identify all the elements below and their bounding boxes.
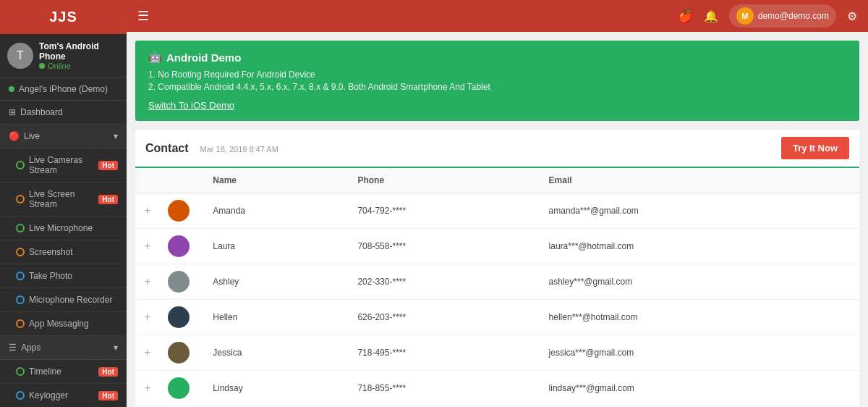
hot-badge: Hot bbox=[98, 161, 118, 170]
avatar bbox=[168, 377, 190, 399]
avatar: T bbox=[7, 43, 33, 69]
contact-email: laura***@hotmail.com bbox=[540, 229, 859, 264]
contact-phone: 718-855-**** bbox=[349, 371, 540, 406]
apple-icon[interactable]: 🍎 bbox=[678, 9, 693, 23]
contact-email: ashley***@gmail.com bbox=[540, 264, 859, 300]
circle-orange-icon bbox=[16, 248, 25, 256]
notification-icon[interactable]: 🔔 bbox=[704, 9, 718, 23]
table-row[interactable]: + Hellen 626-203-**** hellen***@hotmail.… bbox=[135, 300, 859, 335]
contact-name: Jessica bbox=[204, 335, 349, 371]
table-row[interactable]: + Jessica 718-495-**** jessica***@gmail.… bbox=[135, 335, 859, 371]
th-name: Name bbox=[204, 168, 349, 193]
avatar bbox=[168, 306, 190, 328]
avatar bbox=[168, 342, 190, 364]
try-now-button[interactable]: Try It Now bbox=[781, 137, 849, 159]
demo-device-name: Angel's iPhone (Demo) bbox=[19, 84, 108, 94]
avatar: M bbox=[736, 7, 754, 25]
contact-name: Ashley bbox=[204, 264, 349, 300]
contact-phone: 704-792-**** bbox=[349, 193, 540, 229]
contact-name: Hellen bbox=[204, 300, 349, 335]
sidebar: JJS T Tom's Android Phone Online Angel's… bbox=[0, 0, 127, 407]
table-row[interactable]: + Ashley 202-330-**** ashley***@gmail.co… bbox=[135, 264, 859, 300]
sidebar-item-microphone-recorder[interactable]: Microphone Recorder bbox=[0, 288, 127, 312]
contact-avatar-cell bbox=[159, 300, 204, 335]
add-contact-btn[interactable]: + bbox=[135, 335, 159, 371]
hamburger-menu-icon[interactable]: ☰ bbox=[137, 8, 149, 24]
contact-name: Laura bbox=[204, 229, 349, 264]
avatar bbox=[168, 235, 190, 257]
add-contact-btn[interactable]: + bbox=[135, 229, 159, 264]
table-row[interactable]: + Amanda 704-792-**** amanda***@gmail.co… bbox=[135, 193, 859, 229]
th-email: Email bbox=[540, 168, 859, 193]
live-icon: 🔴 bbox=[9, 131, 20, 141]
circle-green-icon bbox=[16, 161, 25, 169]
banner-point-2: 2. Compatible Android 4.4.x, 5.x, 6.x, 7… bbox=[148, 82, 846, 92]
sidebar-item-apps[interactable]: ☰ Apps ▾ bbox=[0, 336, 127, 360]
hot-badge: Hot bbox=[98, 195, 118, 204]
sidebar-item-keylogger[interactable]: Keylogger Hot bbox=[0, 384, 127, 407]
contact-email: lindsay***@gmail.com bbox=[540, 371, 859, 406]
banner-title: 🤖 Android Demo bbox=[148, 51, 846, 64]
main-content: ☰ 🍎 🔔 M demo@demo.com ⚙ 🤖 Android Demo 1… bbox=[127, 0, 868, 407]
contact-avatar-cell bbox=[159, 264, 204, 300]
add-contact-btn[interactable]: + bbox=[135, 264, 159, 300]
avatar bbox=[168, 200, 190, 222]
sidebar-item-screenshot[interactable]: Screenshot bbox=[0, 240, 127, 264]
app-title: JJS bbox=[49, 9, 77, 25]
contact-header: Contact Mar 18, 2019 8:47 AM Try It Now bbox=[135, 130, 859, 168]
contact-avatar-cell bbox=[159, 371, 204, 406]
circle-orange-icon bbox=[16, 319, 25, 328]
contact-phone: 202-330-**** bbox=[349, 264, 540, 300]
table-header-row: Name Phone Email bbox=[135, 168, 859, 193]
chevron-down-icon: ▾ bbox=[114, 343, 118, 353]
circle-green-icon bbox=[16, 224, 25, 232]
contact-section: Contact Mar 18, 2019 8:47 AM Try It Now … bbox=[135, 130, 859, 407]
sidebar-item-live-microphone[interactable]: Live Microphone bbox=[0, 217, 127, 240]
th-avatar bbox=[159, 168, 204, 193]
contact-email: amanda***@gmail.com bbox=[540, 193, 859, 229]
sidebar-user-panel: T Tom's Android Phone Online bbox=[0, 34, 127, 78]
th-phone: Phone bbox=[349, 168, 540, 193]
user-name: Tom's Android Phone bbox=[39, 41, 119, 62]
contact-phone: 708-558-**** bbox=[349, 229, 540, 264]
share-icon[interactable]: ⚙ bbox=[847, 9, 857, 23]
topbar: ☰ 🍎 🔔 M demo@demo.com ⚙ bbox=[127, 0, 868, 32]
contact-email: jessica***@gmail.com bbox=[540, 335, 859, 371]
sidebar-logo: JJS bbox=[0, 0, 127, 34]
apps-icon: ☰ bbox=[9, 343, 17, 353]
contact-phone: 626-203-**** bbox=[349, 300, 540, 335]
sidebar-item-timeline[interactable]: Timeline Hot bbox=[0, 360, 127, 384]
sidebar-item-dashboard[interactable]: ⊞ Dashboard bbox=[0, 101, 127, 125]
sidebar-item-app-messaging[interactable]: App Messaging bbox=[0, 312, 127, 336]
add-contact-btn[interactable]: + bbox=[135, 300, 159, 335]
hot-badge: Hot bbox=[98, 367, 118, 377]
circle-blue-icon bbox=[16, 391, 25, 400]
sidebar-item-live-cameras[interactable]: Live Cameras Stream Hot bbox=[0, 148, 127, 182]
sidebar-demo-device[interactable]: Angel's iPhone (Demo) bbox=[0, 78, 127, 101]
android-icon: 🤖 bbox=[148, 51, 162, 64]
table-row[interactable]: + Laura 708-558-**** laura***@hotmail.co… bbox=[135, 229, 859, 264]
status-dot bbox=[9, 86, 14, 92]
add-contact-btn[interactable]: + bbox=[135, 371, 159, 406]
circle-blue-icon bbox=[16, 272, 25, 280]
user-info: Tom's Android Phone Online bbox=[39, 41, 119, 70]
contact-name: Lindsay bbox=[204, 371, 349, 406]
user-profile-badge[interactable]: M demo@demo.com bbox=[729, 4, 836, 28]
contact-title: Contact bbox=[145, 142, 189, 155]
contact-phone: 718-495-**** bbox=[349, 335, 540, 371]
grid-icon: ⊞ bbox=[9, 107, 16, 117]
table-row[interactable]: + Lindsay 718-855-**** lindsay***@gmail.… bbox=[135, 371, 859, 406]
add-contact-btn[interactable]: + bbox=[135, 193, 159, 229]
sidebar-item-live-screen[interactable]: Live Screen Stream Hot bbox=[0, 182, 127, 217]
sidebar-item-take-photo[interactable]: Take Photo bbox=[0, 264, 127, 288]
user-status: Online bbox=[39, 62, 119, 70]
circle-green-icon bbox=[16, 367, 25, 376]
sidebar-item-live[interactable]: 🔴 Live ▾ bbox=[0, 125, 127, 148]
contact-avatar-cell bbox=[159, 193, 204, 229]
switch-ios-link[interactable]: Switch To iOS Demo bbox=[148, 100, 234, 111]
contact-avatar-cell bbox=[159, 335, 204, 371]
contact-email: hellen***@hotmail.com bbox=[540, 300, 859, 335]
avatar bbox=[168, 271, 190, 293]
th-add bbox=[135, 168, 159, 193]
chevron-down-icon: ▾ bbox=[114, 131, 118, 141]
